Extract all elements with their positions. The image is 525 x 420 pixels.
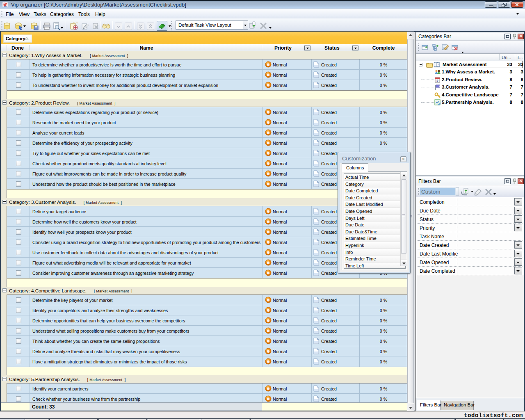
svg-text:5: 5 — [436, 79, 438, 82]
